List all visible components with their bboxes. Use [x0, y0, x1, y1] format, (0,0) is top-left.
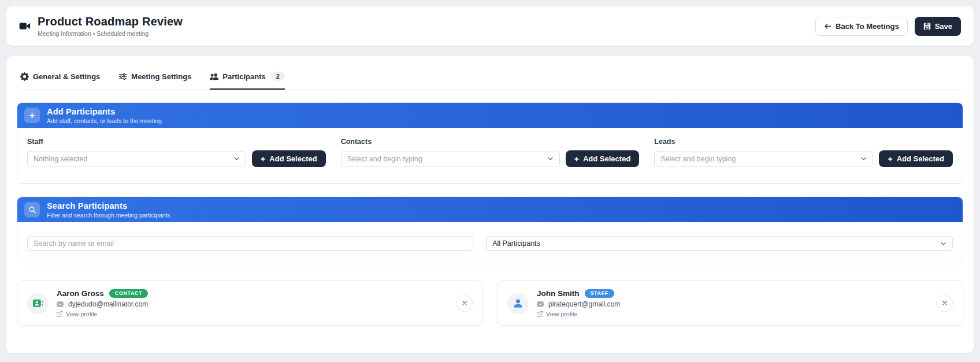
sliders-icon [118, 72, 127, 81]
avatar [27, 293, 49, 314]
chevron-down-icon [860, 156, 867, 162]
add-participants-section: + Add Participants Add staff, contacts, … [17, 102, 963, 184]
participant-name: John Smith [537, 289, 580, 298]
tab-label: General & Settings [33, 72, 100, 81]
participant-email: piratequert@gmail.com [548, 300, 620, 308]
participants-list: Aaron Gross CONTACT dyjedudo@mailinator.… [17, 280, 963, 326]
title-text: Product Roadmap Review Meeting Informati… [38, 15, 183, 37]
participant-card: Aaron Gross CONTACT dyjedudo@mailinator.… [17, 280, 483, 326]
plus-icon: + [261, 155, 265, 163]
participants-count-badge: 2 [271, 72, 285, 81]
participant-filter-value: All Participants [492, 239, 940, 248]
add-selected-contacts-button[interactable]: + Add Selected [566, 150, 640, 167]
save-icon [923, 23, 931, 30]
participant-search-field [27, 236, 473, 251]
search-participants-section: Search Participants Filter and search th… [17, 197, 963, 264]
add-selected-label: Add Selected [583, 154, 630, 163]
participant-type-badge: STAFF [585, 289, 614, 298]
leads-typeahead-input[interactable] [660, 155, 860, 163]
add-selected-label: Add Selected [897, 154, 944, 163]
staff-select-value: Nothing selected [34, 155, 233, 163]
search-participants-body: All Participants [17, 222, 963, 264]
view-profile-link[interactable]: View profile [57, 311, 448, 317]
arrow-left-icon [824, 23, 831, 30]
view-profile-label: View profile [66, 311, 97, 317]
participant-search-input[interactable] [34, 239, 467, 248]
contacts-group: Contacts + Add Selected [341, 138, 640, 167]
tab-label: Meeting Settings [131, 72, 191, 81]
close-icon [942, 300, 948, 306]
participant-card: John Smith STAFF piratequert@gmail.com V… [497, 280, 963, 326]
add-participants-body: Staff Nothing selected + Add Selected [17, 128, 963, 183]
section-title: Add Participants [47, 107, 162, 116]
view-profile-link[interactable]: View profile [537, 311, 928, 317]
external-link-icon [537, 311, 543, 317]
envelope-icon [537, 301, 544, 308]
remove-participant-button[interactable] [936, 295, 953, 312]
video-camera-icon [19, 20, 31, 32]
avatar [507, 293, 529, 314]
section-title: Search Participants [47, 201, 170, 210]
users-icon [210, 72, 218, 81]
participant-email: dyjedudo@mailinator.com [68, 300, 148, 308]
back-to-meetings-button[interactable]: Back To Meetings [815, 17, 908, 36]
add-selected-staff-button[interactable]: + Add Selected [252, 150, 326, 167]
search-participants-banner: Search Participants Filter and search th… [17, 197, 963, 222]
add-selected-label: Add Selected [269, 154, 317, 163]
header-card: Product Roadmap Review Meeting Informati… [6, 6, 974, 46]
contact-card-icon [32, 298, 43, 309]
contacts-typeahead-input[interactable] [347, 155, 547, 163]
participant-name: Aaron Gross [57, 289, 104, 298]
staff-group: Staff Nothing selected + Add Selected [27, 138, 326, 167]
header-actions: Back To Meetings Save [815, 17, 961, 36]
tab-label: Participants [222, 72, 265, 81]
plus-icon: + [574, 155, 579, 163]
envelope-icon [57, 301, 64, 308]
external-link-icon [57, 311, 62, 317]
section-subtitle: Add staff, contacts, or leads to the mee… [47, 117, 162, 124]
participant-filter-select[interactable]: All Participants [486, 236, 953, 251]
leads-select[interactable] [654, 151, 873, 167]
participant-type-badge: CONTACT [109, 289, 149, 298]
plus-icon: + [888, 155, 892, 163]
chevron-down-icon [547, 156, 554, 162]
title-wrap: Product Roadmap Review Meeting Informati… [19, 15, 183, 37]
leads-label: Leads [654, 138, 953, 146]
remove-participant-button[interactable] [456, 295, 473, 312]
page-subtitle: Meeting Information • Scheduled meeting [38, 30, 183, 37]
add-participants-banner: + Add Participants Add staff, contacts, … [17, 103, 963, 128]
tab-participants[interactable]: Participants 2 [210, 72, 285, 90]
gear-icon [20, 72, 29, 81]
leads-group: Leads + Add Selected [654, 138, 953, 167]
participant-info: John Smith STAFF piratequert@gmail.com V… [537, 289, 928, 317]
tab-general-settings[interactable]: General & Settings [20, 72, 100, 90]
page: Product Roadmap Review Meeting Informati… [0, 0, 980, 360]
view-profile-label: View profile [546, 311, 577, 317]
tab-bar: General & Settings Meeting Settings Part… [17, 72, 963, 90]
contacts-label: Contacts [341, 138, 640, 146]
staff-select[interactable]: Nothing selected [27, 151, 246, 167]
close-icon [462, 300, 467, 306]
staff-label: Staff [27, 138, 326, 146]
plus-icon: + [24, 108, 40, 123]
chevron-down-icon [940, 241, 946, 247]
add-selected-leads-button[interactable]: + Add Selected [879, 150, 953, 167]
back-button-label: Back To Meetings [836, 22, 899, 31]
contacts-select[interactable] [341, 151, 560, 167]
save-button[interactable]: Save [915, 17, 961, 36]
page-title: Product Roadmap Review [38, 15, 183, 28]
participant-info: Aaron Gross CONTACT dyjedudo@mailinator.… [57, 289, 448, 317]
person-icon [513, 298, 524, 309]
search-icon [24, 202, 40, 217]
tab-meeting-settings[interactable]: Meeting Settings [118, 72, 191, 90]
chevron-down-icon [233, 156, 240, 162]
main-card: General & Settings Meeting Settings Part… [6, 56, 974, 353]
save-button-label: Save [935, 22, 952, 31]
section-subtitle: Filter and search through meeting partic… [47, 212, 170, 219]
